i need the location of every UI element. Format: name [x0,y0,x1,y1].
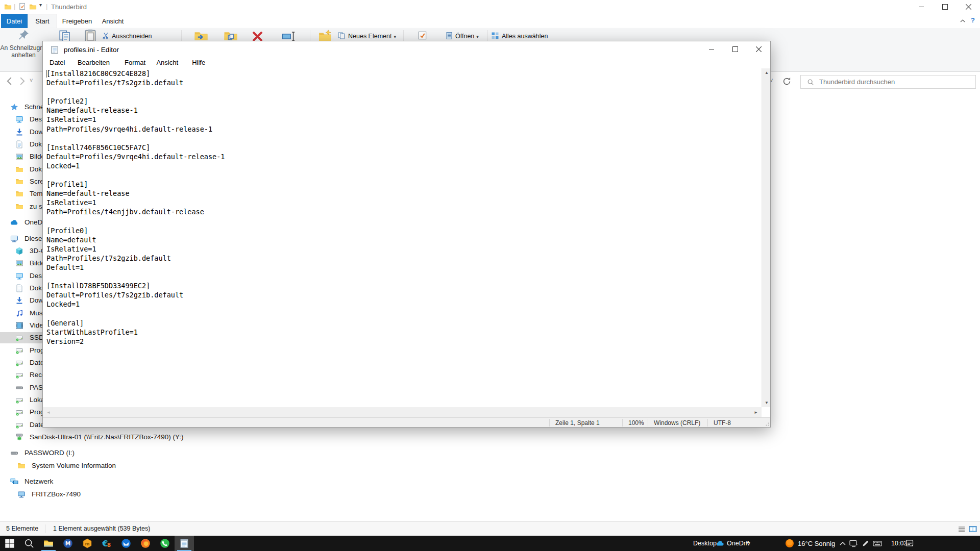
notepad-menu-ansicht[interactable]: Ansicht [152,59,182,66]
notepad-menubar: DateiBearbeitenFormatAnsichtHilfe [43,58,770,68]
desktop: | ▾ | Thunderbird ? DateiStartFreigebenA… [0,0,980,551]
notepad-menu-format[interactable]: Format [120,59,150,66]
refresh-icon[interactable] [782,77,792,86]
explorer-close-button[interactable] [957,0,980,14]
notepad-line: [Install746F856C10C5FA7C] [46,143,761,152]
search-icon [807,79,814,86]
notepad-line: [InstallD78BF5DD33499EC2] [46,281,761,290]
cut-label[interactable]: Ausschneiden [112,33,152,40]
thunderbird-icon [121,538,131,548]
help-icon[interactable]: ? [971,16,975,24]
open-label[interactable]: Öffnen▾ [455,33,479,40]
notepad-titlebar[interactable]: profiles.ini - Editor [43,41,770,58]
qat-properties-icon[interactable] [18,3,26,10]
taskbar-button-thunderbird[interactable] [116,536,136,551]
taskbar-button-m-circle[interactable]: M [58,536,78,551]
taskbar-button-start[interactable] [0,536,19,551]
search-box[interactable] [800,75,976,89]
action-center-icon[interactable] [905,539,914,547]
notepad-line [46,272,761,281]
scroll-down-icon[interactable]: ▼ [765,400,769,405]
drive-plain-icon [10,449,18,457]
drive-icon [15,408,23,416]
sidebar-item[interactable]: FRITZBox-7490 [0,489,158,500]
film-icon [15,321,23,330]
notepad-line: Locked=1 [46,299,761,309]
taskbar-button-hexagon[interactable]: m [78,536,97,551]
taskbar-button-explorer[interactable] [39,536,58,551]
network-status-icon[interactable] [849,539,858,547]
taskbar-button-notepad[interactable] [175,536,194,551]
notepad-menu-bearbeiten[interactable]: Bearbeiten [74,59,114,66]
document-icon [15,140,23,148]
notepad-close-button[interactable] [747,41,770,57]
folder-icon [15,165,23,173]
notepad-window-icon [50,45,59,54]
easy-select-icon[interactable] [418,31,427,40]
taskbar-button-search[interactable] [19,536,39,551]
monitor2-icon [17,490,26,498]
explorer-minimize-button[interactable] [910,0,933,14]
explorer-maximize-button[interactable] [933,0,957,14]
sidebar-item[interactable]: System Volume Information [0,460,158,471]
pin-to-quick-access-label[interactable]: An Schnellzugriffanheften [0,44,47,59]
desktop-toolbar-label[interactable]: Desktop [693,540,717,547]
notepad-line: Default=Profiles/t7s2gzib.default [46,78,761,87]
cursor-position: Zeile 1, Spalte 1 [555,419,600,427]
ribbon-tab-start[interactable]: Start [28,14,57,28]
whatsapp-icon [160,538,170,548]
scroll-up-icon[interactable]: ▲ [765,70,769,75]
select-all-icon[interactable] [491,32,499,40]
taskbar-button-firefox[interactable] [136,536,155,551]
taskbar-button-whatsapp[interactable] [155,536,175,551]
notepad-maximize-button[interactable] [723,41,747,57]
notepad-minimize-button[interactable] [700,41,723,57]
qat-customize-chevron[interactable]: ▾ [39,2,42,8]
tray-expand-chevron-icon[interactable] [839,541,846,546]
folder-icon [15,178,23,186]
open-icon[interactable] [445,32,453,40]
taskbar-button-euro[interactable]: €8 [97,536,116,551]
new-item-label[interactable]: Neues Element▾ [348,33,396,40]
ribbon-tab-freigeben[interactable]: Freigeben [57,14,97,28]
sidebar-item[interactable]: PASSWORD (I:) [0,447,158,459]
select-all-label[interactable]: Alles auswählen [502,33,548,40]
items-count: 5 Elemente [6,525,38,532]
notepad-menu-datei[interactable]: Datei [45,59,69,66]
cut-icon[interactable] [102,32,110,40]
qat-newfolder-icon[interactable] [29,3,37,11]
scroll-left-icon[interactable]: ◄ [46,410,51,415]
svg-text:M: M [65,540,71,547]
toolbar-overflow-chevron[interactable]: » [746,538,749,545]
sidebar-item-label: SanDisk-Ultra-01 (\\Fritz.Nas\FRITZBox-7… [30,433,184,441]
weather-sun-icon[interactable] [785,539,794,548]
scroll-right-icon[interactable]: ► [754,410,758,415]
search-input[interactable] [818,78,968,86]
weather-label[interactable]: 16°C Sonnig [798,540,835,547]
folder-icon [15,203,23,211]
sidebar-item[interactable]: Netzwerk [0,476,158,487]
back-icon[interactable] [4,76,15,87]
sidebar-item[interactable]: SanDisk-Ultra-01 (\\Fritz.Nas\FRITZBox-7… [0,432,158,443]
clock[interactable]: 10:03 [891,540,907,547]
resize-grip[interactable] [764,421,769,426]
onedrive-icon[interactable] [716,540,725,546]
large-icons-view-icon[interactable] [969,525,977,533]
new-item-icon[interactable] [337,32,346,40]
drive-icon [15,334,23,342]
ribbon-collapse-icon[interactable] [960,18,966,23]
ribbon-tab-datei[interactable]: Datei [1,14,28,28]
notepad-menu-hilfe[interactable]: Hilfe [188,59,209,66]
notepad-text-area[interactable]: [Install8216C80C92C4E828]Default=Profile… [46,69,761,346]
cube-icon [15,247,23,255]
vertical-scrollbar[interactable]: ▲ ▼ [762,68,770,407]
details-view-icon[interactable] [958,525,966,533]
pin-icon[interactable] [17,29,30,41]
drive-plain-icon [15,384,23,392]
horizontal-scrollbar[interactable]: ◄ ► [43,407,762,417]
recent-locations-chevron[interactable]: ˅ [30,77,33,83]
forward-icon[interactable] [16,76,28,87]
ribbon-tab-ansicht[interactable]: Ansicht [97,14,129,28]
pen-input-icon[interactable] [862,539,870,547]
touch-keyboard-icon[interactable] [873,539,882,547]
